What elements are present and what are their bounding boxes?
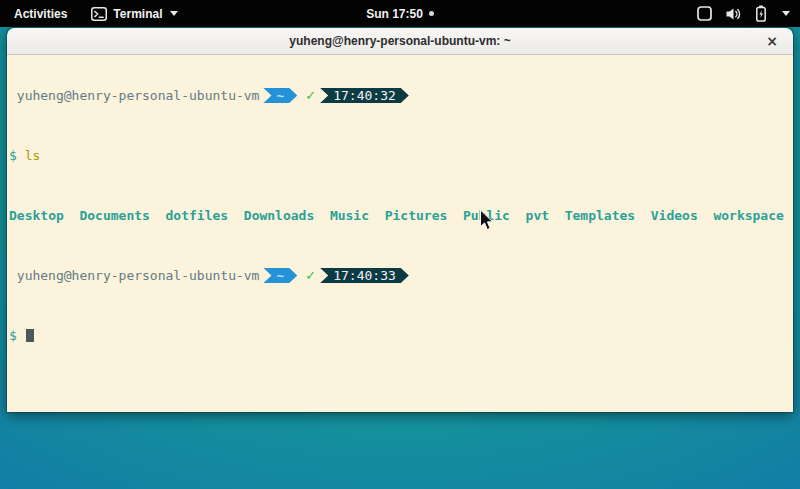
command-line: $ ls — [9, 148, 793, 163]
prompt-symbol: $ — [9, 328, 17, 343]
clock-button[interactable]: Sun 17:50 — [366, 7, 434, 21]
prompt-user-host: yuheng@henry-personal-ubuntu-vm — [9, 268, 259, 283]
system-status-area[interactable] — [687, 0, 800, 27]
prompt-line: yuheng@henry-personal-ubuntu-vm ~ ✓ 17:4… — [9, 88, 793, 103]
prompt-line: yuheng@henry-personal-ubuntu-vm ~ ✓ 17:4… — [9, 268, 793, 283]
prompt-user-host: yuheng@henry-personal-ubuntu-vm — [9, 88, 259, 103]
prompt-status-check-icon: ✓ — [305, 268, 316, 283]
notification-dot-icon — [429, 11, 434, 16]
battery-charging-icon — [755, 5, 767, 22]
volume-icon — [725, 6, 742, 22]
window-title: yuheng@henry-personal-ubuntu-vm: ~ — [289, 34, 510, 48]
terminal-window: yuheng@henry-personal-ubuntu-vm: ~ × yuh… — [7, 28, 793, 412]
prompt-symbol: $ — [9, 148, 17, 163]
prompt-time-segment: 17:40:33 — [320, 268, 409, 283]
close-button[interactable]: × — [763, 32, 781, 50]
activities-button[interactable]: Activities — [0, 0, 81, 27]
ls-output: Desktop Documents dotfiles Downloads Mus… — [9, 208, 784, 223]
terminal-cursor — [26, 329, 34, 342]
app-menu-terminal[interactable]: Terminal — [81, 0, 188, 27]
prompt-status-check-icon: ✓ — [305, 88, 316, 103]
terminal-icon — [91, 7, 107, 21]
ls-output-line: Desktop Documents dotfiles Downloads Mus… — [9, 208, 793, 223]
window-titlebar[interactable]: yuheng@henry-personal-ubuntu-vm: ~ × — [7, 28, 793, 55]
prompt-directory-segment: ~ — [263, 268, 297, 283]
screen-icon — [697, 6, 712, 21]
chevron-down-icon — [782, 11, 790, 16]
chevron-down-icon — [170, 11, 178, 16]
prompt-directory-segment: ~ — [263, 88, 297, 103]
terminal-screen[interactable]: yuheng@henry-personal-ubuntu-vm ~ ✓ 17:4… — [7, 55, 793, 412]
app-menu-label: Terminal — [113, 7, 162, 21]
mouse-pointer-icon — [479, 209, 494, 232]
command-text: ls — [25, 148, 41, 163]
clock-label: Sun 17:50 — [366, 7, 423, 21]
gnome-top-bar: Activities Terminal Sun 17:50 — [0, 0, 800, 27]
current-input-line: $ — [9, 328, 793, 343]
prompt-time-segment: 17:40:32 — [320, 88, 409, 103]
